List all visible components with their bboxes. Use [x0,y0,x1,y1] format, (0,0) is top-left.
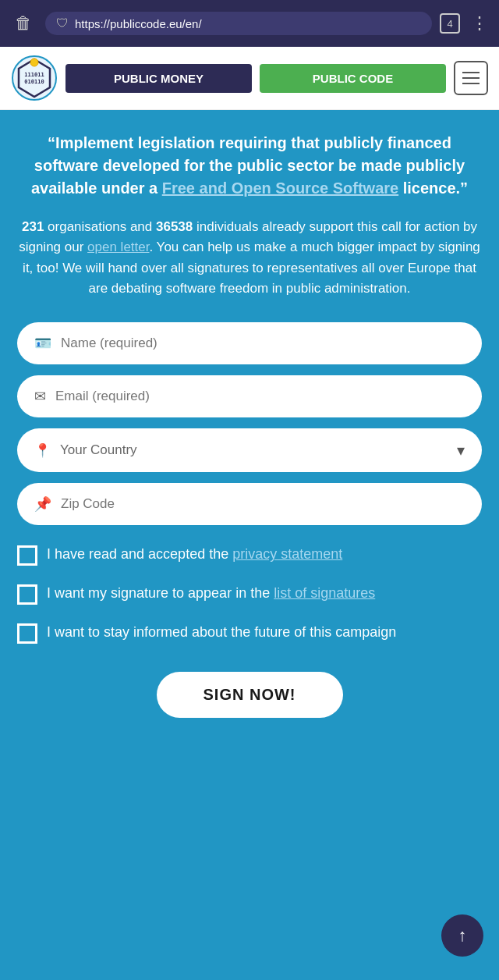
hamburger-line-3 [462,83,480,84]
public-code-button[interactable]: PUBLIC CODE [260,64,446,93]
name-field-container[interactable]: 🪪 [17,322,482,364]
tab-count[interactable]: 4 [440,13,460,34]
quote-paragraph: “Implement legislation requiring that pu… [17,132,482,200]
hamburger-line-2 [462,77,480,79]
public-money-button[interactable]: PUBLIC MONEY [65,64,252,93]
privacy-label: I have read and accepted the privacy sta… [47,544,342,564]
email-input[interactable] [55,389,465,404]
shield-icon: 🛡 [56,16,69,30]
browser-bar: 🗑 🛡 https://publiccode.eu/en/ 4 ⋮ [0,0,499,47]
signatures-checkbox-row: I want my signature to appear in the lis… [17,583,482,605]
zip-field-container[interactable]: 📌 [17,483,482,525]
pin-icon: 📌 [34,495,51,513]
orgs-label: organisations and [44,219,156,234]
informed-checkbox-row: I want to stay informed about the future… [17,622,482,644]
individuals-count: 36538 [156,219,193,234]
informed-checkbox[interactable] [17,623,37,644]
chevron-down-icon: ▾ [457,441,465,460]
sign-button-row: SIGN NOW! [17,672,482,718]
orgs-count: 231 [22,219,44,234]
email-field-container[interactable]: ✉ [17,375,482,417]
browser-menu-icon[interactable]: ⋮ [468,13,490,34]
location-icon: 📍 [34,442,51,459]
hamburger-line-1 [462,72,480,73]
quote-text-end: licence.” [398,179,468,197]
country-label: Your Country [60,442,448,458]
privacy-label-before: I have read and accepted the [47,546,232,562]
svg-text:010110: 010110 [24,79,44,85]
signatures-label: I want my signature to appear in the lis… [47,583,375,603]
url-bar[interactable]: 🛡 https://publiccode.eu/en/ [45,12,432,35]
support-paragraph: 231 organisations and 36538 individuals … [17,217,482,299]
informed-label: I want to stay informed about the future… [47,622,396,642]
hamburger-menu-button[interactable] [454,61,488,95]
signatures-label-before: I want my signature to appear in the [47,585,274,601]
main-content: “Implement legislation requiring that pu… [0,110,499,765]
trash-icon[interactable]: 🗑 [9,13,37,34]
id-card-icon: 🪪 [34,335,51,352]
signatures-link[interactable]: list of signatures [274,585,375,601]
checkbox-area: I have read and accepted the privacy sta… [17,544,482,644]
privacy-checkbox-row: I have read and accepted the privacy sta… [17,544,482,566]
svg-point-4 [30,59,38,66]
svg-text:111011: 111011 [24,72,44,78]
nav-bar: 111011 010110 PUBLIC MONEY PUBLIC CODE [0,47,499,110]
foss-link[interactable]: Free and Open Source Software [162,179,398,197]
signatures-checkbox[interactable] [17,584,37,605]
country-field-container[interactable]: 📍 Your Country ▾ [17,428,482,472]
name-input[interactable] [61,336,465,351]
url-text: https://publiccode.eu/en/ [75,17,421,30]
open-letter-link[interactable]: open letter [87,240,149,254]
sign-now-button[interactable]: SIGN NOW! [157,672,343,718]
privacy-link[interactable]: privacy statement [232,546,342,562]
sign-form: 🪪 ✉ 📍 Your Country ▾ 📌 [17,322,482,525]
site-logo: 111011 010110 [11,55,58,101]
privacy-checkbox[interactable] [17,545,37,566]
zip-input[interactable] [61,496,465,512]
email-icon: ✉ [34,388,46,405]
